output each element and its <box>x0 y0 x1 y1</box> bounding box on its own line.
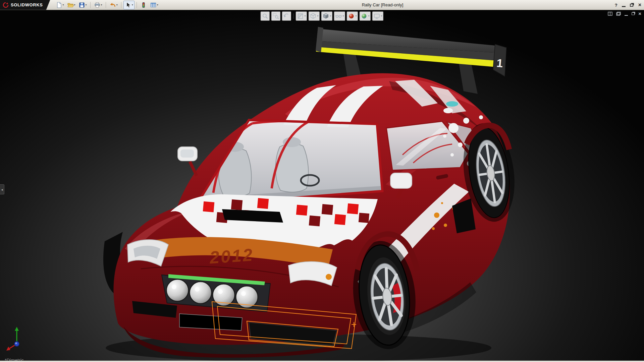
dropdown-caret-icon[interactable]: ▾ <box>63 4 64 6</box>
close-document-button[interactable]: × <box>638 11 641 16</box>
zoom-to-area-icon <box>272 13 279 19</box>
display-style-icon <box>322 13 329 19</box>
minimize-button[interactable] <box>622 6 626 7</box>
hide-show-items-button[interactable]: ▾ <box>334 11 345 21</box>
minimize-document-button[interactable] <box>625 15 628 16</box>
dropdown-caret-icon[interactable]: ▾ <box>86 4 87 6</box>
left-mirror[interactable] <box>178 147 197 176</box>
toolbar-separator <box>121 2 121 8</box>
file-properties-button[interactable]: ▾ <box>149 1 160 9</box>
restore-button[interactable] <box>630 4 633 7</box>
view-orientation-icon <box>310 13 316 19</box>
new-document-button[interactable]: ▾ <box>54 1 65 9</box>
dropdown-caret-icon[interactable]: ▾ <box>368 15 370 17</box>
file-properties-icon <box>150 2 157 8</box>
dropdown-caret-icon[interactable]: ▾ <box>356 15 357 17</box>
window-controls: ? × <box>615 0 641 10</box>
toolbar-separator <box>293 13 293 19</box>
zoom-to-area-button[interactable] <box>271 11 280 21</box>
dropdown-caret-icon[interactable]: ▾ <box>304 15 306 17</box>
orientation-triad <box>5 325 36 353</box>
display-style-button[interactable]: ▾ <box>321 11 332 21</box>
save-button[interactable]: ▾ <box>77 1 88 9</box>
new-document-icon <box>56 2 62 8</box>
undo-icon <box>109 2 116 8</box>
solidworks-logo-icon <box>3 2 9 8</box>
close-button[interactable]: × <box>638 2 641 8</box>
hood-year-decal: 2012 <box>209 245 254 267</box>
hide-show-items-icon <box>335 13 342 19</box>
edit-appearance-icon <box>348 13 355 19</box>
section-view-icon <box>297 13 304 19</box>
wing-number-decal: 1 <box>496 56 503 70</box>
dropdown-caret-icon[interactable]: ▾ <box>317 15 318 17</box>
zoom-to-fit-button[interactable] <box>260 11 270 21</box>
heads-up-view-toolbar: ▾ ▾ ▾ ▾ <box>260 11 383 21</box>
toolbar-separator <box>137 2 137 8</box>
dropdown-caret-icon[interactable]: ▾ <box>330 15 331 17</box>
save-icon <box>78 2 85 8</box>
rebuild-button[interactable] <box>139 1 148 9</box>
dropdown-caret-icon[interactable]: ▾ <box>157 4 158 6</box>
view-orientation-button[interactable]: ▾ <box>308 11 320 21</box>
car-model[interactable]: 1 <box>0 10 644 362</box>
apply-scene-button[interactable]: ▾ <box>360 11 371 21</box>
document-title: Rally Car [Read-only] <box>362 2 404 7</box>
print-button[interactable]: ▾ <box>93 1 104 9</box>
restore-document-button[interactable] <box>632 12 635 15</box>
window-bottom-edge <box>0 361 644 362</box>
tile-window-icon[interactable] <box>608 12 612 16</box>
titlebar: SOLIDWORKS ▾ ▾ ▾ <box>0 0 644 10</box>
cascade-window-icon[interactable] <box>616 12 621 16</box>
section-view-button[interactable]: ▾ <box>296 11 307 21</box>
dropdown-caret-icon[interactable]: ▾ <box>381 15 382 17</box>
dropdown-caret-icon[interactable]: ▾ <box>342 15 344 17</box>
open-button[interactable]: ▾ <box>66 1 77 9</box>
document-window-controls: × <box>608 11 641 16</box>
main-toolbar: ▾ ▾ ▾ ▾ <box>50 1 160 9</box>
view-settings-button[interactable]: ▾ <box>372 11 384 21</box>
help-button[interactable]: ? <box>615 3 618 8</box>
dropdown-caret-icon[interactable]: ▾ <box>101 4 102 6</box>
dropdown-caret-icon[interactable]: ▾ <box>116 4 118 6</box>
rear-deck-detail <box>446 101 458 107</box>
dropdown-caret-icon[interactable]: ▾ <box>132 4 133 6</box>
open-icon <box>67 2 74 8</box>
toolbar-separator <box>106 2 106 8</box>
z-axis-dot <box>14 342 19 346</box>
print-icon <box>94 2 101 8</box>
rebuild-icon <box>140 2 147 8</box>
solidworks-logo: SOLIDWORKS <box>0 0 50 10</box>
graphics-area[interactable]: 1 <box>0 10 644 362</box>
brand-text: SOLIDWORKS <box>11 2 43 7</box>
toolbar-separator <box>90 2 91 8</box>
zoom-to-fit-icon <box>262 13 268 19</box>
apply-scene-icon <box>361 13 368 19</box>
view-settings-icon <box>374 13 380 19</box>
feature-panel-collapse-tab[interactable]: ◂ <box>0 184 4 194</box>
select-button[interactable]: ▾ <box>123 1 135 9</box>
select-cursor-icon <box>125 2 131 8</box>
undo-button[interactable]: ▾ <box>108 1 119 9</box>
previous-view-icon <box>283 13 290 19</box>
collapse-arrow-icon: ◂ <box>1 188 3 191</box>
y-axis-arrow <box>15 327 19 331</box>
dropdown-caret-icon[interactable]: ▾ <box>74 4 75 6</box>
previous-view-button[interactable] <box>282 11 291 21</box>
edit-appearance-button[interactable]: ▾ <box>347 11 358 21</box>
